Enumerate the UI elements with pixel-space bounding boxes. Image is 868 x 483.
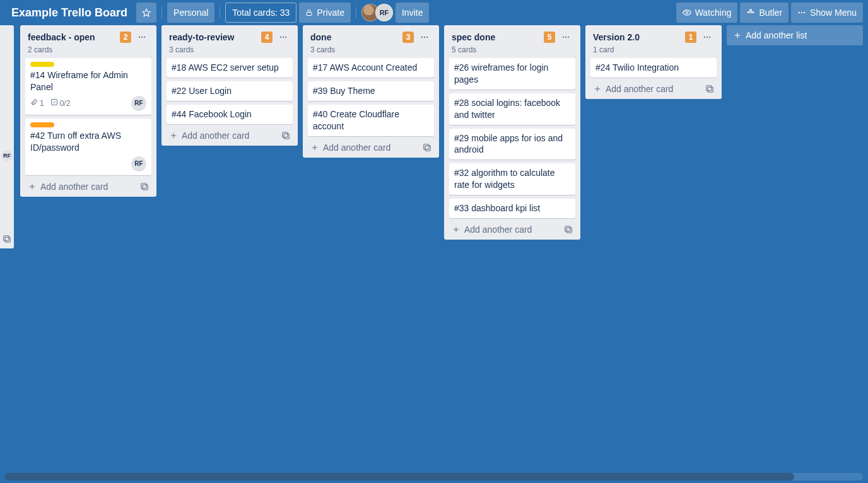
svg-rect-1 [307, 13, 312, 16]
svg-point-10 [141, 37, 143, 38]
card[interactable]: #44 Facebook Login [167, 105, 293, 124]
svg-rect-43 [707, 86, 712, 91]
butler-icon [746, 8, 755, 17]
card-label[interactable] [30, 62, 54, 67]
card[interactable]: #14 Wireframe for Admin Panel10/2RF [25, 58, 151, 115]
avatar[interactable]: RF [131, 96, 146, 111]
list-subtitle: 2 cards [25, 45, 151, 58]
list-name[interactable]: done [310, 32, 399, 42]
watching-label: Watching [695, 8, 732, 18]
visibility-button[interactable]: Private [299, 3, 351, 23]
personal-button[interactable]: Personal [167, 3, 214, 23]
trello-board: Example Trello Board Personal Total card… [0, 0, 868, 483]
avatar[interactable]: RF [1, 150, 13, 161]
peek-list[interactable]: RF [0, 25, 14, 248]
card-title: #18 AWS EC2 server setup [172, 62, 288, 74]
ellipsis-icon [138, 33, 146, 42]
card[interactable]: #32 algorithm to calculate rate for widg… [449, 163, 575, 195]
add-list-button[interactable]: Add another list [727, 25, 863, 45]
svg-point-31 [563, 37, 564, 38]
show-menu-button[interactable]: Show Menu [791, 3, 863, 23]
board-members[interactable]: RF [361, 4, 393, 21]
list-menu-button[interactable] [700, 30, 714, 44]
list-name[interactable]: feedback - open [28, 32, 116, 42]
list[interactable]: Version 2.011 card#24 Twilio Integration… [585, 25, 722, 99]
cards: #18 AWS EC2 server setup#22 User Login#4… [167, 58, 293, 124]
card[interactable]: #22 User Login [167, 81, 293, 101]
card[interactable]: #17 AWS Account Created [308, 58, 434, 78]
horizontal-scrollbar[interactable] [5, 473, 863, 480]
board-canvas[interactable]: RF feedback - open22 cards#14 Wireframe … [0, 25, 868, 483]
list[interactable]: feedback - open22 cards#14 Wireframe for… [20, 25, 156, 197]
template-icon[interactable] [3, 235, 11, 243]
attachments-count: 1 [40, 99, 44, 108]
svg-point-39 [707, 37, 708, 38]
add-card-button[interactable]: Add another card [167, 127, 293, 142]
card[interactable]: #26 wireframes for login pages [449, 58, 575, 90]
add-card-button[interactable]: Add another card [308, 139, 434, 154]
list[interactable]: spec done55 cards#26 wireframes for logi… [444, 25, 580, 240]
list-count-badge: 1 [685, 32, 696, 43]
ellipsis-icon [797, 8, 806, 17]
plus-icon [733, 31, 742, 40]
template-icon[interactable] [423, 143, 431, 152]
card-title: #44 Facebook Login [172, 108, 288, 120]
list-count-badge: 5 [544, 32, 555, 43]
template-icon[interactable] [140, 182, 149, 191]
card[interactable]: #42 Turn off extra AWS ID/passwordRF [25, 119, 151, 175]
card[interactable]: #39 Buy Theme [308, 81, 434, 101]
list-name[interactable]: Version 2.0 [593, 32, 681, 42]
card-title: #22 User Login [172, 85, 288, 97]
list[interactable]: done33 cards#17 AWS Account Created#39 B… [303, 25, 439, 158]
card[interactable]: #33 dashboard kpi list [449, 199, 575, 218]
svg-point-9 [139, 37, 140, 38]
card-title: #17 AWS Account Created [313, 62, 429, 74]
list[interactable]: ready-to-review43 cards#18 AWS EC2 serve… [161, 25, 298, 146]
scrollbar-thumb[interactable] [5, 473, 794, 480]
svg-rect-22 [283, 132, 288, 137]
list-menu-button[interactable] [559, 30, 573, 44]
list-subtitle: 3 cards [167, 45, 293, 58]
eye-icon [683, 8, 691, 17]
add-card-button[interactable]: Add another card [449, 221, 575, 236]
template-icon[interactable] [705, 84, 714, 93]
list-menu-button[interactable] [135, 30, 149, 44]
card[interactable]: #24 Twilio Integration [590, 58, 717, 78]
butler-button[interactable]: Butler [740, 3, 789, 23]
svg-point-40 [709, 37, 710, 38]
plus-icon [452, 225, 460, 234]
list-name[interactable]: ready-to-review [169, 32, 257, 42]
divider [356, 7, 356, 18]
total-cards-button[interactable]: Total cards: 33 [225, 3, 296, 23]
svg-rect-16 [143, 185, 148, 190]
list-name[interactable]: spec done [452, 32, 540, 42]
add-card-label: Add another card [464, 224, 532, 235]
svg-rect-44 [708, 87, 713, 92]
card-footer: 10/2RF [30, 96, 146, 111]
svg-marker-0 [143, 9, 150, 16]
board-title[interactable]: Example Trello Board [5, 3, 134, 23]
card-title: #24 Twilio Integration [595, 62, 712, 74]
template-icon[interactable] [281, 131, 290, 140]
card[interactable]: #29 mobile apps for ios and android [449, 129, 575, 160]
add-card-button[interactable]: Add another card [590, 80, 717, 95]
total-cards-label: Total cards: 33 [232, 8, 290, 18]
svg-point-2 [686, 11, 688, 14]
invite-button[interactable]: Invite [396, 3, 429, 23]
svg-point-32 [565, 37, 566, 38]
divider [220, 7, 220, 18]
avatar[interactable]: RF [131, 156, 146, 172]
card[interactable]: #28 social logins: facebook and twitter [449, 93, 575, 125]
card[interactable]: #18 AWS EC2 server setup [167, 58, 293, 78]
avatar[interactable]: RF [375, 4, 393, 21]
list-menu-button[interactable] [276, 30, 290, 44]
svg-point-6 [804, 12, 805, 13]
template-icon[interactable] [564, 225, 573, 234]
watching-button[interactable]: Watching [676, 3, 738, 23]
list-menu-button[interactable] [418, 30, 431, 44]
card[interactable]: #40 Create Cloudflare account [308, 105, 434, 136]
star-button[interactable] [136, 3, 156, 23]
svg-point-11 [144, 37, 145, 38]
add-card-button[interactable]: Add another card [25, 178, 151, 193]
card-label[interactable] [30, 122, 54, 127]
